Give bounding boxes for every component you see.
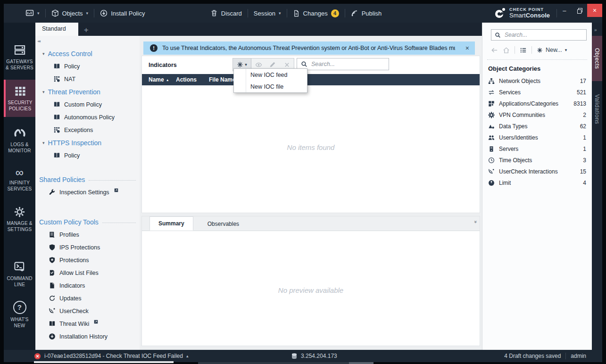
column-header-actions[interactable]: Actions <box>169 76 202 83</box>
nav-item-custom-policy[interactable]: Custom Policy <box>35 98 136 111</box>
draft-changes-text: 4 Draft changes saved <box>504 353 561 359</box>
category-network-objects[interactable]: Network Objects 17 <box>488 75 586 87</box>
category-limit[interactable]: Limit 4 <box>488 177 586 189</box>
menu-item-new-ioc-file[interactable]: New IOC file <box>234 81 307 92</box>
app-menu-button[interactable]: ▾ <box>4 4 45 23</box>
nav-group-label: Access Control <box>48 50 92 58</box>
nav-item-label: Protections <box>59 257 89 264</box>
category-count: 8313 <box>573 100 586 107</box>
nav-item-installation-history[interactable]: Installation History <box>35 330 136 343</box>
category-usercheck-interactions[interactable]: UserCheck Interactions 15 <box>488 166 586 177</box>
objects-menu-button[interactable]: Objects ▾ <box>46 4 94 23</box>
rail-item-infinity-services[interactable]: ∞ INFINITY SERVICES <box>4 163 35 197</box>
nav-group-access-control[interactable]: ▾ Access Control <box>35 47 136 60</box>
tab-summary[interactable]: Summary <box>149 216 193 231</box>
nav-item-inspection-settings[interactable]: Inspection Settings <box>35 186 136 199</box>
preview-tab-bar: Summary Observables » <box>142 216 480 231</box>
users-icon <box>488 134 495 141</box>
nav-item-updates[interactable]: Updates <box>35 292 136 305</box>
objects-menu-label: Objects <box>62 10 83 17</box>
category-count: 62 <box>580 123 586 130</box>
session-menu-button[interactable]: Session ▾ <box>248 4 287 23</box>
publish-button[interactable]: Publish <box>345 4 388 23</box>
home-icon[interactable] <box>503 47 510 54</box>
category-users-identities[interactable]: Users/Identities 1 <box>488 132 586 143</box>
nav-item-profiles[interactable]: Profiles <box>35 228 136 241</box>
indicators-search-input[interactable] <box>310 60 389 68</box>
minimize-button[interactable]: – <box>557 4 572 17</box>
threat-indicators-banner: ! To use Threat Indicators, the Autonomo… <box>143 41 475 55</box>
rail-item-security-policies[interactable]: SECURITY POLICIES <box>4 80 35 117</box>
status-error-item[interactable]: i-07eae1ed328512d94 - Check Threat IOC F… <box>34 353 189 360</box>
rail-item-whats-new[interactable]: ? WHAT'S NEW <box>4 296 35 334</box>
nav-item-policy[interactable]: Policy <box>35 60 136 73</box>
nav-item-label: IPS Protections <box>59 244 100 251</box>
file-icon <box>49 282 56 289</box>
discard-button[interactable]: Discard <box>205 4 248 23</box>
collapse-panel-icon[interactable]: ◂◂ <box>37 39 40 43</box>
nav-group-https-inspection[interactable]: ▾ HTTPS Inspection <box>35 136 136 149</box>
nav-item-threat-wiki[interactable]: Threat Wiki <box>35 317 136 330</box>
side-tab-validations[interactable]: Validations <box>592 85 602 134</box>
logs-monitor-icon <box>14 127 26 139</box>
category-count: 1 <box>583 146 586 152</box>
main-work-area: ! To use Threat Indicators, the Autonomo… <box>140 36 482 350</box>
no-items-text: No items found <box>142 143 480 151</box>
expand-panel-icon[interactable]: » <box>594 27 597 33</box>
clock-icon <box>488 157 495 164</box>
nav-item-ips-protections[interactable]: IPS Protections <box>35 241 136 254</box>
close-button[interactable]: × <box>587 4 602 17</box>
nav-item-nat[interactable]: NAT <box>35 73 136 85</box>
menu-item-new-ioc-feed[interactable]: New IOC feed <box>234 69 307 81</box>
rail-label: GATEWAYS & SERVERS <box>6 59 33 71</box>
restore-button[interactable] <box>572 4 587 17</box>
brand-smart: Smart <box>509 12 526 19</box>
objects-search-input[interactable] <box>504 31 586 39</box>
nav-item-exceptions[interactable]: Exceptions <box>35 124 136 136</box>
column-header-name[interactable]: Name ▲ <box>142 76 169 83</box>
side-tab-objects[interactable]: Objects <box>592 36 602 81</box>
changes-button[interactable]: Changes 4 <box>287 4 345 23</box>
nav-group-threat-prevention[interactable]: ▾ Threat Prevention <box>35 85 136 98</box>
question-icon: ? <box>13 301 26 314</box>
rail-label: WHAT'S NEW <box>10 317 28 329</box>
column-header-filename[interactable]: File Name/ <box>202 76 237 83</box>
restore-icon <box>577 8 582 13</box>
category-data-types[interactable]: Data Types 62 <box>488 121 586 132</box>
taskbar-fragment <box>349 362 374 364</box>
category-count: 4 <box>583 180 586 186</box>
list-view-icon[interactable] <box>520 47 527 54</box>
nav-item-protections[interactable]: Protections <box>35 254 136 266</box>
indicators-title: Indicators <box>149 62 177 68</box>
nav-item-usercheck[interactable]: UserCheck <box>35 305 136 317</box>
nav-item-indicators[interactable]: Indicators <box>35 279 136 292</box>
indicators-table-header: Name ▲ Actions File Name/ <box>142 74 480 85</box>
category-vpn-communities[interactable]: VPN Communities 2 <box>488 109 586 121</box>
tab-standard[interactable]: Standard <box>35 23 78 36</box>
nav-item-https-policy[interactable]: Policy <box>35 149 136 162</box>
category-applications[interactable]: Applications/Categories 8313 <box>488 98 586 109</box>
nav-item-allow-list-files[interactable]: Allow List Files <box>35 266 136 279</box>
category-services[interactable]: Services 521 <box>488 87 586 98</box>
nav-item-autonomous-policy[interactable]: Autonomous Policy <box>35 111 136 124</box>
shield-star-icon <box>49 256 56 264</box>
banner-close-icon[interactable]: × <box>460 44 475 52</box>
banner-text: To use Threat Indicators, the Autonomous… <box>162 45 455 51</box>
rail-item-command-line[interactable]: COMMAND LINE <box>4 256 35 293</box>
new-tab-button[interactable]: + <box>78 25 94 36</box>
taskbar-fragment <box>198 362 349 364</box>
rail-item-logs-monitor[interactable]: LOGS & MONITOR <box>4 122 35 159</box>
nav-item-label: Updates <box>59 295 82 302</box>
collapse-pane-icon[interactable]: » <box>473 221 479 228</box>
install-policy-button[interactable]: Install Policy <box>94 4 150 23</box>
policy-book-icon <box>49 320 56 327</box>
policy-book-icon <box>53 114 60 121</box>
back-arrow-icon[interactable] <box>491 47 498 54</box>
new-object-button[interactable]: New... ▾ <box>537 47 567 53</box>
nav-group-label: HTTPS Inspection <box>48 139 102 147</box>
rail-item-manage-settings[interactable]: MANAGE & SETTINGS <box>4 201 35 238</box>
category-time-objects[interactable]: Time Objects 3 <box>488 155 586 166</box>
rail-item-gateways-servers[interactable]: GATEWAYS & SERVERS <box>4 39 35 76</box>
tab-observables[interactable]: Observables <box>199 217 248 231</box>
category-servers[interactable]: Servers 1 <box>488 143 586 155</box>
